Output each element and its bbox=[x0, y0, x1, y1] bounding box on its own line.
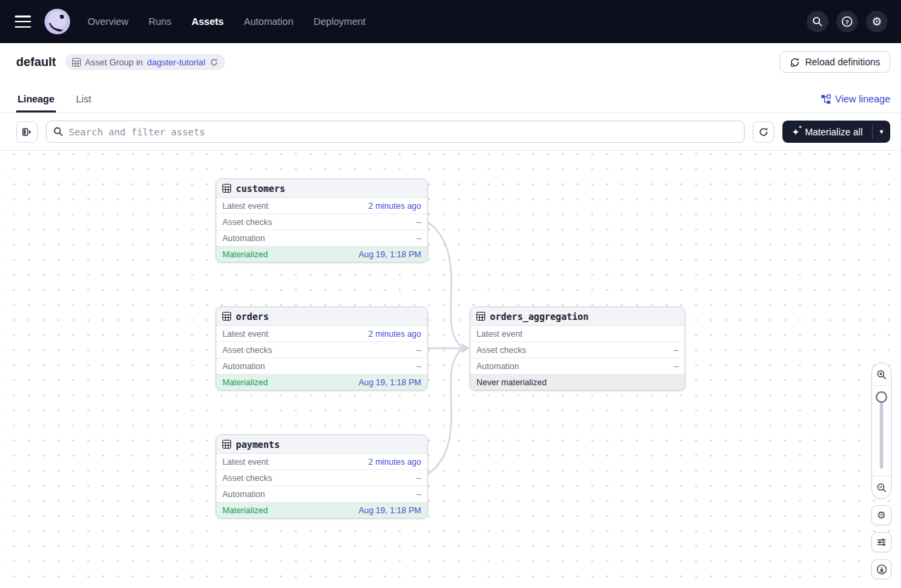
lineage-graph-icon bbox=[821, 94, 831, 104]
asset-name: payments bbox=[236, 439, 280, 450]
table-icon bbox=[222, 312, 231, 321]
status-badge: Materialized bbox=[222, 506, 268, 515]
lineage-canvas[interactable]: customers Latest event 2 minutes ago Ass… bbox=[0, 151, 901, 587]
search-assets-input[interactable] bbox=[69, 127, 737, 137]
nav-item-automation[interactable]: Automation bbox=[244, 16, 293, 27]
asset-node-payments[interactable]: payments Latest event 2 minutes ago Asse… bbox=[216, 434, 428, 519]
nav-item-runs[interactable]: Runs bbox=[148, 16, 171, 27]
expand-panel-button[interactable] bbox=[16, 121, 38, 143]
zoom-slider-handle[interactable] bbox=[876, 391, 888, 403]
gear-icon: ⚙ bbox=[871, 15, 881, 29]
latest-event-value[interactable]: 2 minutes ago bbox=[368, 201, 421, 211]
asset-node-orders-aggregation[interactable]: orders_aggregation Latest event Asset ch… bbox=[470, 306, 685, 391]
help-button[interactable]: ? bbox=[836, 11, 858, 32]
automation-row: Automation – bbox=[216, 486, 427, 502]
status-row: Never materialized bbox=[470, 374, 685, 390]
page-header: default Asset Group in dagster-tutorial … bbox=[0, 43, 901, 81]
latest-event-value[interactable]: 2 minutes ago bbox=[368, 457, 421, 467]
nav-item-deployment[interactable]: Deployment bbox=[313, 16, 365, 27]
automation-row: Automation – bbox=[216, 358, 427, 374]
latest-event-row: Latest event bbox=[470, 326, 685, 342]
search-icon bbox=[812, 16, 823, 27]
settings-button[interactable]: ⚙ bbox=[866, 11, 888, 32]
latest-event-value[interactable]: 2 minutes ago bbox=[368, 329, 421, 339]
table-icon bbox=[72, 58, 81, 67]
badge-prefix: Asset Group in bbox=[85, 57, 143, 67]
asset-checks-row: Asset checks – bbox=[216, 470, 427, 486]
status-badge: Never materialized bbox=[476, 378, 547, 387]
asset-node-header: orders bbox=[216, 307, 427, 326]
tab-lineage[interactable]: Lineage bbox=[16, 94, 56, 112]
octopus-icon bbox=[44, 9, 70, 34]
refresh-icon[interactable] bbox=[210, 58, 218, 67]
zoom-out-icon bbox=[876, 482, 887, 493]
nav-item-overview[interactable]: Overview bbox=[88, 16, 128, 27]
search-icon bbox=[53, 127, 63, 137]
status-row: Materialized Aug 19, 1:18 PM bbox=[216, 502, 427, 518]
panel-expand-icon bbox=[22, 127, 32, 137]
repo-link[interactable]: dagster-tutorial bbox=[147, 57, 206, 67]
asset-node-header: orders_aggregation bbox=[470, 307, 685, 326]
zoom-slider[interactable] bbox=[872, 386, 891, 476]
asset-name: orders bbox=[236, 311, 269, 322]
table-icon bbox=[222, 184, 231, 193]
graph-settings-button[interactable]: ⚙ bbox=[871, 505, 892, 525]
chevron-down-icon: ▾ bbox=[879, 127, 883, 136]
gear-icon: ⚙ bbox=[877, 509, 886, 521]
reload-definitions-button[interactable]: Reload definitions bbox=[780, 51, 890, 73]
status-timestamp[interactable]: Aug 19, 1:18 PM bbox=[359, 506, 421, 515]
search-button[interactable] bbox=[807, 11, 828, 32]
asset-node-orders[interactable]: orders Latest event 2 minutes ago Asset … bbox=[216, 306, 428, 391]
materialize-dropdown-button[interactable]: ▾ bbox=[873, 121, 890, 143]
dagster-logo-icon[interactable] bbox=[44, 9, 70, 34]
download-circle-icon bbox=[876, 564, 888, 575]
tabs-row: Lineage List View lineage bbox=[0, 81, 901, 113]
reload-icon bbox=[790, 57, 800, 67]
graph-filters-button[interactable] bbox=[871, 532, 892, 552]
page-title: default bbox=[16, 55, 56, 69]
lineage-edges bbox=[0, 151, 901, 587]
recenter-view-button[interactable] bbox=[871, 559, 892, 579]
zoom-in-button[interactable] bbox=[872, 363, 891, 386]
question-icon: ? bbox=[841, 15, 853, 28]
materialize-all-button[interactable]: ✦✦ Materialize all ▾ bbox=[782, 121, 890, 143]
asset-node-header: payments bbox=[216, 435, 427, 454]
automation-row: Automation – bbox=[216, 230, 427, 247]
status-badge: Materialized bbox=[222, 250, 268, 259]
latest-event-row: Latest event 2 minutes ago bbox=[216, 326, 427, 342]
zoom-in-icon bbox=[876, 369, 887, 380]
status-timestamp[interactable]: Aug 19, 1:18 PM bbox=[359, 378, 421, 387]
zoom-out-button[interactable] bbox=[872, 476, 891, 498]
asset-node-header: customers bbox=[216, 179, 427, 198]
graph-toolbar: ✦✦ Materialize all ▾ bbox=[0, 113, 901, 151]
view-lineage-link[interactable]: View lineage bbox=[821, 94, 890, 112]
nav-item-assets[interactable]: Assets bbox=[191, 16, 224, 27]
zoom-slider-track[interactable] bbox=[880, 393, 883, 469]
status-row: Materialized Aug 19, 1:18 PM bbox=[216, 247, 427, 262]
sliders-icon bbox=[876, 537, 887, 548]
main-nav: Overview Runs Assets Automation Deployme… bbox=[88, 16, 366, 27]
status-row: Materialized Aug 19, 1:18 PM bbox=[216, 374, 427, 390]
asset-group-badge: Asset Group in dagster-tutorial bbox=[65, 54, 225, 70]
asset-name: customers bbox=[236, 183, 285, 194]
table-icon bbox=[222, 440, 231, 449]
latest-event-row: Latest event 2 minutes ago bbox=[216, 454, 427, 470]
refresh-graph-button[interactable] bbox=[753, 121, 774, 143]
materialize-all-label: Materialize all bbox=[805, 127, 863, 137]
zoom-controls bbox=[871, 362, 892, 499]
asset-checks-row: Asset checks – bbox=[470, 342, 685, 358]
latest-event-row: Latest event 2 minutes ago bbox=[216, 198, 427, 214]
reload-definitions-label: Reload definitions bbox=[805, 57, 880, 67]
table-icon bbox=[476, 312, 485, 321]
asset-name: orders_aggregation bbox=[490, 311, 588, 322]
view-lineage-label: View lineage bbox=[835, 94, 890, 104]
asset-checks-row: Asset checks – bbox=[216, 342, 427, 358]
status-timestamp[interactable]: Aug 19, 1:18 PM bbox=[359, 250, 421, 259]
status-badge: Materialized bbox=[222, 378, 268, 387]
asset-node-customers[interactable]: customers Latest event 2 minutes ago Ass… bbox=[216, 178, 428, 263]
svg-text:?: ? bbox=[845, 18, 849, 26]
sparkle-icon: ✦✦ bbox=[792, 127, 800, 137]
hamburger-menu-icon[interactable] bbox=[15, 15, 31, 28]
search-filter-bar[interactable] bbox=[46, 121, 745, 143]
tab-list[interactable]: List bbox=[75, 94, 93, 112]
